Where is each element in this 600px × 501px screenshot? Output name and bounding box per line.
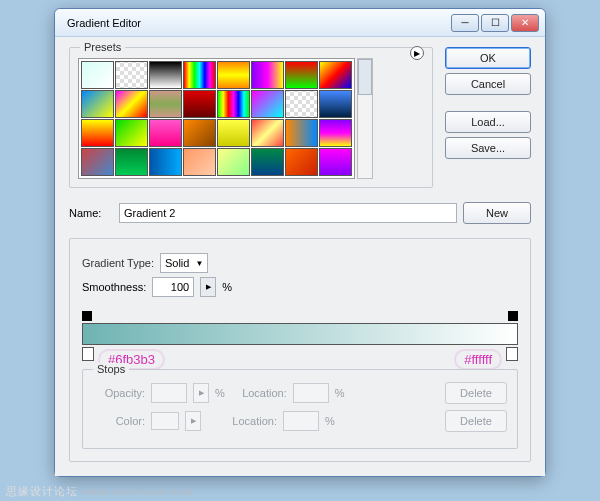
preset-swatch[interactable] (285, 119, 318, 147)
footer-sub: WWW.MISSYUAN.COM (82, 488, 193, 497)
scrollbar-thumb[interactable] (358, 59, 372, 95)
color-stop-left[interactable] (82, 347, 94, 361)
preset-swatch[interactable] (81, 90, 114, 118)
maximize-button[interactable]: ☐ (481, 14, 509, 32)
preset-swatch[interactable] (149, 61, 182, 89)
preset-swatch[interactable] (217, 148, 250, 176)
new-button[interactable]: New (463, 202, 531, 224)
preset-swatch[interactable] (81, 61, 114, 89)
color-delete-button: Delete (445, 410, 507, 432)
page-footer: 思缘设计论坛 WWW.MISSYUAN.COM (0, 484, 193, 499)
footer-main: 思缘设计论坛 (6, 485, 78, 497)
preset-swatch[interactable] (285, 148, 318, 176)
color-stop-right[interactable] (506, 347, 518, 361)
close-button[interactable]: ✕ (511, 14, 539, 32)
color-location-label: Location: (207, 415, 277, 427)
preset-swatch[interactable] (115, 90, 148, 118)
color-location-input (283, 411, 319, 431)
name-label: Name: (69, 207, 113, 219)
preset-swatch[interactable] (251, 61, 284, 89)
preset-swatch[interactable] (183, 148, 216, 176)
preset-swatch[interactable] (217, 61, 250, 89)
opacity-unit: % (215, 387, 225, 399)
preset-swatch[interactable] (251, 148, 284, 176)
preset-grid (78, 58, 355, 179)
preset-swatch[interactable] (251, 90, 284, 118)
presets-group: Presets ▶ (69, 47, 433, 188)
preset-swatch[interactable] (115, 61, 148, 89)
gradient-type-label: Gradient Type: (82, 257, 154, 269)
preset-swatch[interactable] (285, 61, 318, 89)
window-title: Gradient Editor (61, 17, 451, 29)
load-button[interactable]: Load... (445, 111, 531, 133)
color-label: Color: (93, 415, 145, 427)
opacity-stop-right[interactable] (508, 311, 518, 321)
preset-swatch[interactable] (81, 119, 114, 147)
smoothness-unit: % (222, 281, 232, 293)
opacity-stepper: ▶ (193, 383, 209, 403)
smoothness-label: Smoothness: (82, 281, 146, 293)
name-input[interactable] (119, 203, 457, 223)
ok-button[interactable]: OK (445, 47, 531, 69)
preset-swatch[interactable] (285, 90, 318, 118)
save-button[interactable]: Save... (445, 137, 531, 159)
gradient-type-group: Gradient Type: Solid ▼ Smoothness: ▶ % (69, 238, 531, 462)
preset-swatch[interactable] (149, 119, 182, 147)
preset-swatch[interactable] (319, 119, 352, 147)
stops-legend: Stops (93, 363, 129, 375)
preset-swatch[interactable] (319, 90, 352, 118)
preset-scrollbar[interactable] (357, 58, 373, 179)
annotation-right-color: #ffffff (456, 351, 500, 368)
color-location-unit: % (325, 415, 335, 427)
preset-swatch[interactable] (183, 119, 216, 147)
smoothness-stepper[interactable]: ▶ (200, 277, 216, 297)
opacity-location-label: Location: (231, 387, 287, 399)
preset-swatch[interactable] (183, 61, 216, 89)
preset-swatch[interactable] (319, 61, 352, 89)
preset-swatch[interactable] (81, 148, 114, 176)
presets-legend: Presets (80, 41, 125, 53)
preset-swatch[interactable] (217, 90, 250, 118)
titlebar[interactable]: Gradient Editor ─ ☐ ✕ (55, 9, 545, 37)
gradient-bar-area: #6fb3b3 #ffffff (82, 311, 518, 365)
color-stepper: ▶ (185, 411, 201, 431)
preset-swatch[interactable] (149, 148, 182, 176)
preset-swatch[interactable] (183, 90, 216, 118)
gradient-type-select[interactable]: Solid ▼ (160, 253, 208, 273)
minimize-button[interactable]: ─ (451, 14, 479, 32)
opacity-label: Opacity: (93, 387, 145, 399)
gradient-type-value: Solid (165, 257, 189, 269)
opacity-delete-button: Delete (445, 382, 507, 404)
preset-swatch[interactable] (115, 148, 148, 176)
gradient-bar[interactable] (82, 323, 518, 345)
opacity-stop-left[interactable] (82, 311, 92, 321)
preset-swatch[interactable] (115, 119, 148, 147)
opacity-input (151, 383, 187, 403)
gradient-editor-window: Gradient Editor ─ ☐ ✕ Presets ▶ OK Cance… (54, 8, 546, 477)
preset-swatch[interactable] (319, 148, 352, 176)
opacity-location-unit: % (335, 387, 345, 399)
preset-swatch[interactable] (251, 119, 284, 147)
opacity-location-input (293, 383, 329, 403)
stops-group: Stops Opacity: ▶ % Location: % Delete Co… (82, 369, 518, 449)
preset-swatch[interactable] (217, 119, 250, 147)
preset-swatch[interactable] (149, 90, 182, 118)
chevron-down-icon: ▼ (195, 259, 203, 268)
presets-flyout-icon[interactable]: ▶ (410, 46, 424, 60)
color-well (151, 412, 179, 430)
cancel-button[interactable]: Cancel (445, 73, 531, 95)
smoothness-input[interactable] (152, 277, 194, 297)
